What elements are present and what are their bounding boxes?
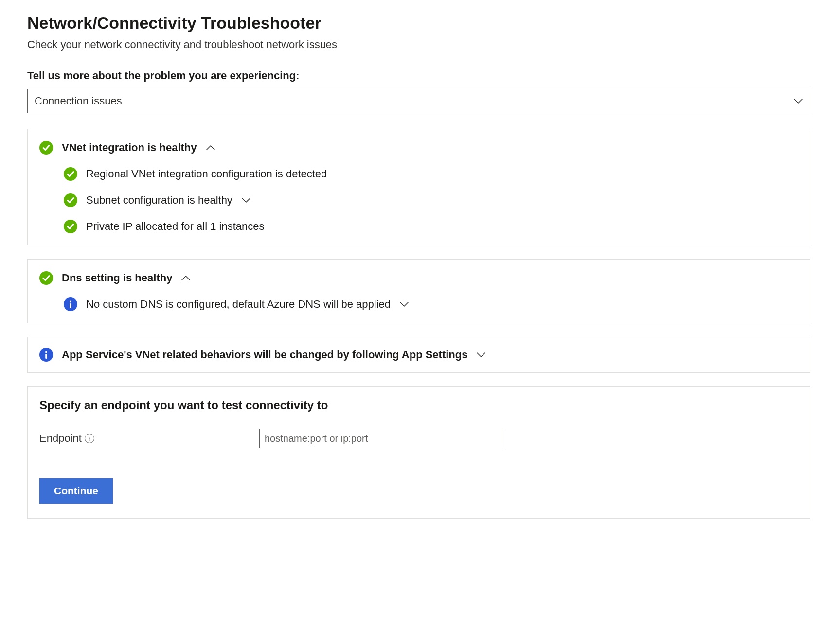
vnet-panel-header[interactable]: VNet integration is healthy: [39, 139, 798, 157]
check-icon: [39, 271, 53, 285]
vnet-item-label: Regional VNet integration configuration …: [86, 168, 327, 180]
problem-prompt-label: Tell us more about the problem you are e…: [27, 70, 813, 82]
page-title: Network/Connectivity Troubleshooter: [27, 14, 813, 33]
check-icon: [64, 220, 77, 233]
dns-panel-header[interactable]: Dns setting is healthy: [39, 269, 798, 287]
dns-item-label: No custom DNS is configured, default Azu…: [86, 298, 391, 311]
vnet-item-label: Subnet configuration is healthy: [86, 194, 232, 207]
endpoint-input[interactable]: [259, 429, 502, 448]
dns-item-default[interactable]: No custom DNS is configured, default Azu…: [39, 296, 798, 313]
vnet-panel: VNet integration is healthy Regional VNe…: [27, 129, 810, 245]
chevron-up-icon: [206, 145, 215, 151]
endpoint-panel: Specify an endpoint you want to test con…: [27, 386, 810, 519]
vnet-item-label: Private IP allocated for all 1 instances: [86, 220, 264, 233]
chevron-down-icon: [476, 352, 486, 358]
chevron-down-icon: [399, 301, 409, 307]
vnet-item-regional: Regional VNet integration configuration …: [39, 165, 798, 183]
endpoint-row: Endpoint i: [39, 429, 798, 448]
dns-panel: Dns setting is healthy No custom DNS is …: [27, 259, 810, 323]
continue-button[interactable]: Continue: [39, 478, 113, 504]
appsettings-panel-header[interactable]: App Service's VNet related behaviors wil…: [39, 346, 798, 364]
problem-dropdown-value: Connection issues: [35, 95, 122, 107]
problem-dropdown[interactable]: Connection issues: [27, 89, 810, 113]
vnet-item-subnet[interactable]: Subnet configuration is healthy: [39, 192, 798, 209]
dns-header-label: Dns setting is healthy: [62, 272, 172, 284]
check-icon: [39, 141, 53, 155]
appsettings-header-label: App Service's VNet related behaviors wil…: [62, 348, 467, 361]
appsettings-panel: App Service's VNet related behaviors wil…: [27, 337, 810, 373]
info-outline-icon[interactable]: i: [85, 434, 94, 443]
chevron-down-icon: [793, 98, 803, 104]
vnet-header-label: VNet integration is healthy: [62, 141, 197, 154]
check-icon: [64, 193, 77, 207]
chevron-up-icon: [181, 275, 191, 281]
chevron-down-icon: [241, 197, 251, 203]
vnet-item-privateip: Private IP allocated for all 1 instances: [39, 218, 798, 235]
page-subtitle: Check your network connectivity and trou…: [27, 38, 813, 51]
endpoint-title: Specify an endpoint you want to test con…: [39, 399, 798, 412]
info-icon: [64, 297, 77, 311]
check-icon: [64, 167, 77, 181]
endpoint-label: Endpoint i: [39, 432, 253, 445]
endpoint-label-text: Endpoint: [39, 432, 82, 445]
info-icon: [39, 348, 53, 362]
